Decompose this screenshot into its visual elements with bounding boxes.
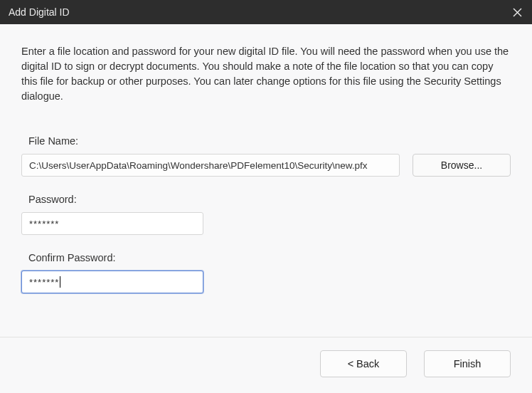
file-name-input[interactable]	[21, 154, 400, 177]
close-icon	[513, 8, 522, 17]
confirm-password-label: Confirm Password:	[28, 252, 511, 263]
close-button[interactable]	[511, 6, 523, 19]
password-row: Password:	[21, 194, 511, 235]
instruction-text: Enter a file location and password for y…	[21, 44, 511, 104]
dialog-footer: < Back Finish	[0, 337, 532, 393]
file-name-row: File Name: Browse...	[21, 135, 511, 177]
confirm-password-row: Confirm Password: *******	[21, 252, 511, 293]
back-button[interactable]: < Back	[320, 350, 407, 377]
browse-button[interactable]: Browse...	[413, 154, 511, 177]
confirm-password-input[interactable]: *******	[21, 271, 203, 293]
window-title: Add Digital ID	[9, 6, 70, 18]
titlebar: Add Digital ID	[0, 0, 532, 24]
finish-button[interactable]: Finish	[424, 350, 511, 377]
password-input[interactable]	[21, 212, 203, 235]
file-name-label: File Name:	[28, 135, 511, 147]
dialog-body: Enter a file location and password for y…	[0, 24, 532, 337]
text-cursor	[60, 276, 60, 288]
password-label: Password:	[28, 194, 511, 205]
